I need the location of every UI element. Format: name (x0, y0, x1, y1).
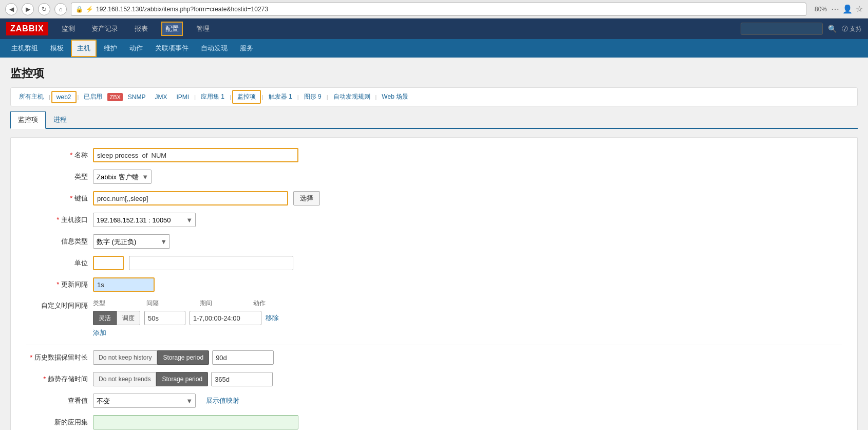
custom-interval-header: 类型 间隔 期间 动作 (93, 299, 279, 308)
url-bar[interactable]: 🔒 ⚡ 192.168.152.130/zabbix/items.php?for… (71, 3, 806, 16)
divider-1 (26, 345, 842, 345)
filter-ipmi[interactable]: IPMI (172, 92, 193, 102)
show-value-mapping-link[interactable]: 展示值映射 (206, 396, 239, 405)
nav-right: 🔍 ⑦ 支持 (741, 23, 862, 35)
filter-zbx[interactable]: ZBX (107, 93, 122, 101)
top-navbar: ZABBIX 监测 资产记录 报表 配置 管理 🔍 ⑦ 支持 (0, 18, 868, 39)
key-row: 键值 选择 (26, 191, 842, 205)
filter-discovery-rules[interactable]: 自动发现规则 (329, 91, 374, 103)
refresh-button[interactable]: ↻ (38, 3, 50, 15)
custom-interval-section: 类型 间隔 期间 动作 灵活 调度 移除 添加 (93, 299, 279, 338)
page-content: 监控项 所有主机 | web2 | 已启用 ZBX SNMP JMX IPMI … (0, 58, 868, 430)
bookmark-icon[interactable]: ☆ (856, 4, 863, 14)
update-interval-input[interactable] (93, 277, 155, 292)
trends-no-keep-btn[interactable]: Do not keep trends (93, 372, 156, 386)
sec-nav-maintenance[interactable]: 维护 (99, 41, 122, 56)
home-button[interactable]: ⌂ (54, 3, 67, 15)
profile-icon[interactable]: 👤 (842, 4, 853, 14)
filter-all-hosts[interactable]: 所有主机 (15, 91, 48, 103)
sec-nav-discovery[interactable]: 自动发现 (196, 41, 233, 56)
interface-label: 主机接口 (26, 215, 88, 225)
type-row: 类型 Zabbix 客户端 ▼ (26, 170, 842, 184)
key-input[interactable] (93, 191, 288, 205)
forward-button[interactable]: ▶ (22, 3, 34, 15)
filter-snmp[interactable]: SNMP (124, 92, 150, 102)
sec-nav-hostgroups[interactable]: 主机群组 (6, 41, 43, 56)
global-search[interactable] (741, 23, 823, 35)
filter-appset[interactable]: 应用集 1 (197, 91, 229, 103)
nav-admin[interactable]: 管理 (193, 22, 213, 35)
update-interval-label: 更新间隔 (26, 280, 88, 289)
filter-web2[interactable]: web2 (51, 91, 77, 103)
interval-time-input[interactable] (190, 311, 261, 325)
interface-select-wrapper: 192.168.152.131 : 10050 ▼ (93, 213, 196, 227)
history-storage-controls: Do not keep history Storage period (93, 350, 274, 365)
add-interval-link[interactable]: 添加 (93, 329, 106, 336)
ci-period-header: 间隔 (146, 299, 159, 308)
filter-graphs[interactable]: 图形 9 (300, 91, 326, 103)
unit-description-input[interactable] (129, 256, 293, 270)
lookup-select-wrapper: 不变 ▼ (93, 394, 196, 408)
sec-nav-corr[interactable]: 关联项事件 (150, 41, 194, 56)
key-label: 键值 (26, 194, 88, 203)
trends-storage-period-btn[interactable]: Storage period (156, 372, 208, 386)
trends-storage-controls: Do not keep trends Storage period (93, 372, 273, 386)
back-button[interactable]: ◀ (5, 3, 17, 15)
info-type-row: 信息类型 数字 (无正负) ▼ (26, 234, 842, 249)
tab-process[interactable]: 进程 (46, 111, 74, 128)
custom-interval-row: 自定义时间间隔 类型 间隔 期间 动作 灵活 调度 移除 (26, 299, 842, 338)
interval-type-group: 灵活 调度 (93, 311, 140, 325)
interval-period-input[interactable] (144, 311, 185, 325)
secondary-navbar: 主机群组 模板 主机 维护 动作 关联项事件 自动发现 服务 (0, 39, 868, 58)
filter-web-scenarios[interactable]: Web 场景 (378, 91, 412, 103)
sec-nav-templates[interactable]: 模板 (45, 41, 69, 56)
interval-schedule-btn[interactable]: 调度 (117, 311, 140, 325)
url-text: 192.168.152.130/zabbix/items.php?form=cr… (96, 6, 268, 13)
menu-icon[interactable]: ⋯ (831, 4, 839, 14)
history-label: 历史数据保留时长 (26, 353, 88, 362)
info-type-select[interactable]: 数字 (无正负) (93, 234, 170, 249)
unit-row: 单位 (26, 256, 842, 270)
key-select-button[interactable]: 选择 (293, 191, 320, 205)
browser-bar: ◀ ▶ ↻ ⌂ 🔒 ⚡ 192.168.152.130/zabbix/items… (0, 0, 868, 18)
custom-interval-label: 自定义时间间隔 (26, 301, 88, 310)
search-icon[interactable]: 🔍 (828, 25, 837, 33)
add-interval-row: 添加 (93, 328, 279, 338)
interface-select[interactable]: 192.168.152.131 : 10050 (93, 213, 196, 227)
filter-tabs: 所有主机 | web2 | 已启用 ZBX SNMP JMX IPMI | 应用… (10, 87, 858, 106)
filter-triggers[interactable]: 触发器 1 (265, 91, 296, 103)
trends-value-input[interactable] (211, 372, 273, 386)
form-container: 名称 类型 Zabbix 客户端 ▼ 键值 选择 主机接口 192.168. (10, 137, 858, 430)
history-storage-period-btn[interactable]: Storage period (157, 350, 209, 365)
update-interval-row: 更新间隔 (26, 277, 842, 292)
interval-flexible-btn[interactable]: 灵活 (93, 311, 117, 325)
history-value-input[interactable] (212, 350, 274, 365)
history-no-keep-btn[interactable]: Do not keep history (93, 350, 157, 365)
interval-remove-btn[interactable]: 移除 (266, 313, 279, 323)
nav-monitoring[interactable]: 监测 (59, 22, 78, 35)
trends-btn-group: Do not keep trends Storage period (93, 372, 208, 386)
nav-assets[interactable]: 资产记录 (88, 22, 121, 35)
type-select[interactable]: Zabbix 客户端 (93, 170, 152, 184)
sec-nav-services[interactable]: 服务 (235, 41, 258, 56)
info-type-select-wrapper: 数字 (无正负) ▼ (93, 234, 170, 249)
sec-nav-hosts[interactable]: 主机 (71, 40, 97, 57)
nav-reports[interactable]: 报表 (131, 22, 151, 35)
unit-input[interactable] (93, 256, 124, 270)
new-app-input[interactable] (93, 415, 298, 429)
interface-row: 主机接口 192.168.152.131 : 10050 ▼ (26, 213, 842, 227)
name-input[interactable] (93, 148, 298, 162)
trends-label: 趋势存储时间 (26, 375, 88, 384)
lookup-select[interactable]: 不变 (93, 394, 196, 408)
filter-monitor-items[interactable]: 监控项 (232, 90, 261, 104)
support-link[interactable]: ⑦ 支持 (842, 25, 862, 33)
filter-enabled[interactable]: 已启用 (80, 91, 106, 103)
zoom-level: 80% (815, 6, 827, 13)
tab-monitor-items[interactable]: 监控项 (10, 111, 46, 129)
filter-jmx[interactable]: JMX (150, 92, 171, 102)
type-select-wrapper: Zabbix 客户端 ▼ (93, 170, 152, 184)
lookup-label: 查看值 (26, 396, 88, 405)
type-label: 类型 (26, 172, 88, 181)
sec-nav-actions[interactable]: 动作 (124, 41, 148, 56)
nav-config[interactable]: 配置 (161, 22, 183, 36)
